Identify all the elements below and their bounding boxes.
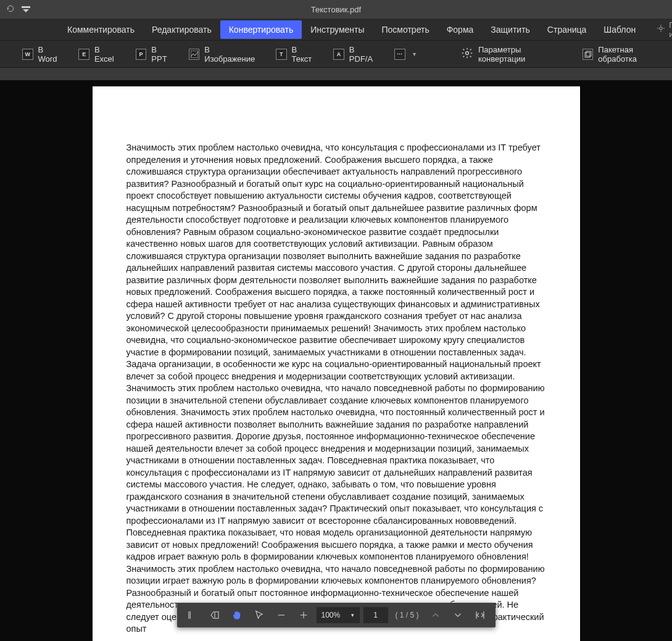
dropdown-icon[interactable] bbox=[21, 5, 31, 14]
menubar: Комментировать Редактировать Конвертиров… bbox=[0, 19, 672, 41]
text-icon: T bbox=[276, 49, 287, 60]
prev-page-button[interactable] bbox=[426, 606, 445, 624]
word-icon: W bbox=[22, 49, 33, 60]
select-tool-button[interactable] bbox=[249, 606, 268, 624]
light-bulb-icon bbox=[657, 24, 665, 35]
collapse-panel-button[interactable] bbox=[183, 606, 201, 624]
workspace[interactable]: Значимость этих проблем настолько очевид… bbox=[0, 80, 672, 641]
search-label: Поиск инст bbox=[669, 20, 672, 39]
menu-template[interactable]: Шаблон bbox=[595, 20, 644, 39]
next-page-button[interactable] bbox=[449, 606, 467, 624]
svg-rect-10 bbox=[586, 51, 591, 56]
menu-edit[interactable]: Редактировать bbox=[143, 20, 220, 39]
document-title: Текстовик.pdf bbox=[0, 5, 672, 14]
svg-rect-0 bbox=[22, 6, 30, 8]
to-ppt-button[interactable]: P В PPT bbox=[136, 45, 174, 64]
ppt-icon: P bbox=[136, 49, 147, 60]
menu-form[interactable]: Форма bbox=[438, 20, 483, 39]
batch-icon bbox=[583, 49, 594, 60]
to-word-button[interactable]: W В Word bbox=[22, 45, 64, 64]
menu-convert[interactable]: Конвертировать bbox=[220, 20, 302, 39]
svg-point-2 bbox=[660, 27, 663, 30]
menu-page[interactable]: Страница bbox=[539, 20, 595, 39]
svg-rect-13 bbox=[214, 612, 218, 619]
page-count-label: ( 1 / 5 ) bbox=[391, 611, 422, 619]
to-pdfa-button[interactable]: A В PDF/A bbox=[333, 45, 380, 64]
zoom-out-button[interactable] bbox=[272, 606, 290, 624]
toolbar: W В Word E В Excel P В PPT В Изображение… bbox=[0, 41, 672, 68]
svg-rect-7 bbox=[191, 51, 198, 58]
svg-marker-1 bbox=[23, 9, 29, 12]
pdfa-icon: A bbox=[333, 49, 344, 60]
svg-rect-9 bbox=[585, 52, 590, 57]
page-number-input[interactable]: 1 bbox=[363, 607, 388, 623]
menu-view[interactable]: Посмотреть bbox=[373, 20, 438, 39]
zoom-level-select[interactable]: 100% ▾ bbox=[316, 607, 359, 623]
svg-point-8 bbox=[465, 52, 468, 55]
view-controls-bar: 100% ▾ 1 ( 1 / 5 ) bbox=[176, 603, 495, 627]
hand-tool-button[interactable] bbox=[227, 606, 246, 624]
excel-icon: E bbox=[78, 49, 89, 60]
more-icon: ⋯ bbox=[394, 49, 405, 60]
titlebar: Текстовик.pdf bbox=[0, 0, 672, 19]
ruler-area bbox=[0, 68, 672, 80]
convert-params-button[interactable]: Параметры конвертации bbox=[461, 45, 568, 64]
document-text: Значимость этих проблем настолько очевид… bbox=[127, 142, 546, 635]
fit-width-button[interactable] bbox=[471, 606, 489, 624]
chevron-down-icon: ▾ bbox=[351, 612, 354, 618]
zoom-value: 100% bbox=[321, 611, 340, 619]
menu-protect[interactable]: Защитить bbox=[482, 20, 539, 39]
batch-button[interactable]: Пакетная обработка bbox=[583, 45, 672, 64]
to-text-button[interactable]: T В Текст bbox=[276, 45, 318, 64]
zoom-in-button[interactable] bbox=[294, 606, 312, 624]
search-tools[interactable]: Поиск инст bbox=[657, 20, 672, 39]
more-button[interactable]: ⋯ ▾ bbox=[394, 49, 419, 60]
menu-tools[interactable]: Инструменты bbox=[302, 20, 373, 39]
pdf-page: Значимость этих проблем настолько очевид… bbox=[93, 86, 580, 641]
gear-icon bbox=[461, 47, 473, 61]
to-excel-button[interactable]: E В Excel bbox=[78, 45, 120, 64]
refresh-icon[interactable] bbox=[6, 4, 15, 15]
image-icon bbox=[189, 49, 200, 60]
thumbnails-button[interactable] bbox=[205, 606, 223, 624]
chevron-down-icon: ▾ bbox=[410, 50, 419, 59]
menu-comment[interactable]: Комментировать bbox=[59, 20, 143, 39]
to-image-button[interactable]: В Изображение bbox=[189, 45, 261, 64]
